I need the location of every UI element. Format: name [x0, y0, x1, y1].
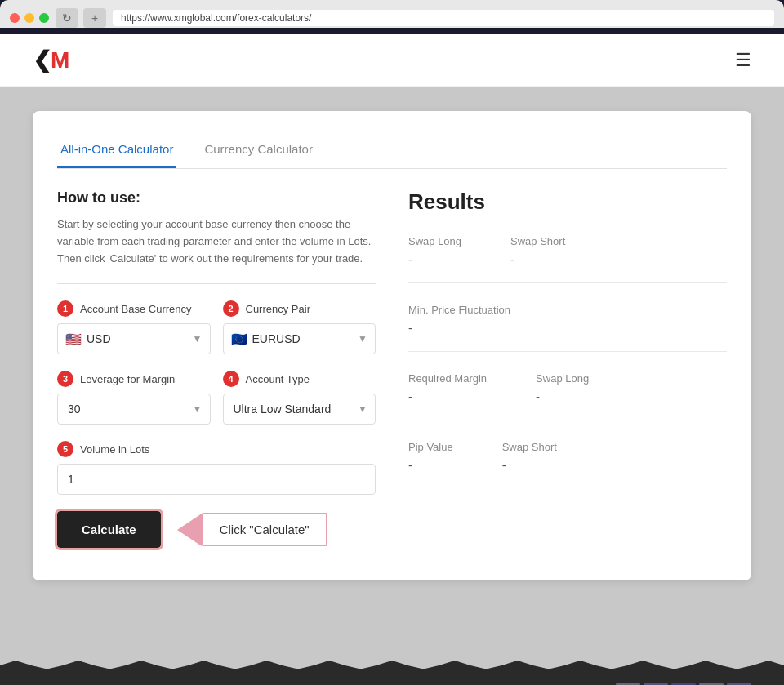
browser-controls: ↻ + — [56, 8, 106, 28]
maximize-button[interactable] — [39, 13, 49, 23]
browser-body: ❮M ☰ All-in-One Calculator Currency Calc… — [0, 34, 784, 685]
account-base-currency-wrapper: 🇺🇸 USD EUR GBP ▼ — [57, 323, 211, 354]
calculator-form: How to use: Start by selecting your acco… — [57, 189, 376, 548]
click-annotation: Click "Calculate" — [177, 513, 327, 546]
swap-long-label: Swap Long — [408, 235, 461, 247]
result-swap-long-label: Swap Long — [536, 372, 589, 385]
calculate-button[interactable]: Calculate — [57, 511, 161, 548]
field5-label: Volume in Lots — [80, 443, 149, 456]
required-margin-label: Required Margin — [408, 372, 487, 385]
pip-value-item: Pip Value - — [408, 441, 453, 472]
main-content: All-in-One Calculator Currency Calculato… — [0, 87, 784, 658]
how-to-text: Start by selecting your account base cur… — [57, 216, 376, 267]
swap-short-label: Swap Short — [510, 235, 565, 247]
tab-all-in-one[interactable]: All-in-One Calculator — [57, 136, 176, 168]
field1-label: Account Base Currency — [80, 303, 192, 315]
currency-pair-field: 2 Currency Pair 🇪🇺 EURUSD GBPUSD USDJPY — [223, 300, 376, 354]
result-row-min-price: Min. Price Fluctuation - — [408, 304, 727, 335]
required-margin-item: Required Margin - — [408, 372, 487, 403]
swap-long-item: Swap Long - — [408, 235, 461, 266]
results-title: Results — [408, 189, 727, 215]
min-price-label: Min. Price Fluctuation — [408, 304, 510, 316]
browser-chrome: ↻ + https://www.xmglobal.com/forex-calcu… — [0, 0, 784, 28]
result-section-2: Min. Price Fluctuation - — [408, 304, 727, 352]
field4-label-row: 4 Account Type — [223, 371, 376, 387]
field1-label-row: 1 Account Base Currency — [57, 300, 211, 317]
account-type-select[interactable]: Ultra Low Standard Ultra Low Micro Stand… — [223, 394, 376, 425]
annotation-arrow-icon — [177, 514, 202, 546]
volume-input[interactable] — [57, 464, 376, 495]
result-section-3: Required Margin - Swap Long - — [408, 372, 727, 420]
result-swap-short-item: Swap Short - — [502, 441, 557, 472]
xm-logo: ❮M — [33, 47, 69, 73]
field5-label-row: 5 Volume in Lots — [57, 441, 376, 457]
result-section-4: Pip Value - Swap Short - — [408, 441, 727, 488]
min-price-value: - — [408, 321, 510, 335]
logo-m: M — [51, 47, 69, 73]
leverage-field: 3 Leverage for Margin 30 1 5 10 50 — [57, 371, 211, 425]
step-badge-1: 1 — [57, 300, 74, 317]
step-badge-3: 3 — [57, 371, 74, 387]
pip-value-value: - — [408, 458, 453, 472]
tab-currency-calculator[interactable]: Currency Calculator — [201, 136, 316, 168]
calculator-tabs: All-in-One Calculator Currency Calculato… — [57, 136, 727, 169]
result-swap-short-value: - — [502, 458, 557, 472]
result-swap-short-label: Swap Short — [502, 441, 557, 453]
eurusd-flag-icon: 🇪🇺 — [231, 331, 247, 347]
currency-pair-wrapper: 🇪🇺 EURUSD GBPUSD USDJPY ▼ — [223, 323, 376, 354]
usd-flag-icon: 🇺🇸 — [65, 331, 82, 347]
field2-label-row: 2 Currency Pair — [223, 300, 376, 317]
min-price-fluctuation-item: Min. Price Fluctuation - — [408, 304, 510, 335]
account-type-wrapper: Ultra Low Standard Ultra Low Micro Stand… — [223, 394, 376, 425]
minimize-button[interactable] — [24, 13, 34, 23]
result-row-pip: Pip Value - Swap Short - — [408, 441, 727, 472]
how-to-title: How to use: — [57, 189, 376, 207]
result-section-1: Swap Long - Swap Short - — [408, 235, 727, 283]
required-margin-value: - — [408, 389, 487, 403]
pip-value-label: Pip Value — [408, 441, 453, 453]
field3-label: Leverage for Margin — [80, 373, 175, 385]
divider — [57, 283, 376, 284]
refresh-button[interactable]: ↻ — [56, 8, 78, 28]
swap-short-value: - — [510, 252, 565, 266]
hamburger-menu-button[interactable]: ☰ — [735, 50, 751, 71]
results-panel: Results Swap Long - Swap Short - — [408, 189, 727, 548]
step-badge-4: 4 — [223, 371, 239, 387]
step-badge-5: 5 — [57, 441, 74, 457]
calculator-layout: How to use: Start by selecting your acco… — [57, 189, 727, 548]
result-row-margin: Required Margin - Swap Long - — [408, 372, 727, 403]
account-base-currency-field: 1 Account Base Currency 🇺🇸 USD EUR GBP — [57, 300, 211, 354]
wavy-separator — [0, 658, 784, 670]
result-swap-long-value: - — [536, 389, 589, 403]
swap-long-value: - — [408, 252, 461, 266]
result-row-swap: Swap Long - Swap Short - — [408, 235, 727, 266]
leverage-select[interactable]: 30 1 5 10 50 100 200 500 — [57, 394, 211, 425]
traffic-lights — [10, 13, 49, 23]
site-footer: M MetaQuotes ✓ VERISIGN 🌐 unicef Champio… — [0, 670, 784, 685]
site-navigation: ❮M ☰ — [0, 34, 784, 87]
field2-label: Currency Pair — [246, 303, 310, 315]
form-row-2: 3 Leverage for Margin 30 1 5 10 50 — [57, 371, 376, 425]
volume-field: 5 Volume in Lots — [57, 441, 376, 495]
click-annotation-label: Click "Calculate" — [202, 513, 327, 546]
close-button[interactable] — [10, 13, 20, 23]
calculator-card: All-in-One Calculator Currency Calculato… — [33, 111, 751, 580]
field3-label-row: 3 Leverage for Margin — [57, 371, 211, 387]
new-tab-button[interactable]: + — [83, 8, 106, 28]
calculate-btn-row: Calculate Click "Calculate" — [57, 511, 376, 548]
logo-x: ❮ — [33, 47, 51, 73]
account-type-field: 4 Account Type Ultra Low Standard Ultra … — [223, 371, 376, 425]
form-row-3: 5 Volume in Lots — [57, 441, 376, 495]
result-swap-long-item: Swap Long - — [536, 372, 589, 403]
leverage-wrapper: 30 1 5 10 50 100 200 500 ▼ — [57, 394, 211, 425]
step-badge-2: 2 — [223, 300, 239, 317]
address-bar[interactable]: https://www.xmglobal.com/forex-calculato… — [113, 10, 774, 26]
swap-short-item: Swap Short - — [510, 235, 565, 266]
form-row-1: 1 Account Base Currency 🇺🇸 USD EUR GBP — [57, 300, 376, 354]
field4-label: Account Type — [246, 373, 310, 385]
